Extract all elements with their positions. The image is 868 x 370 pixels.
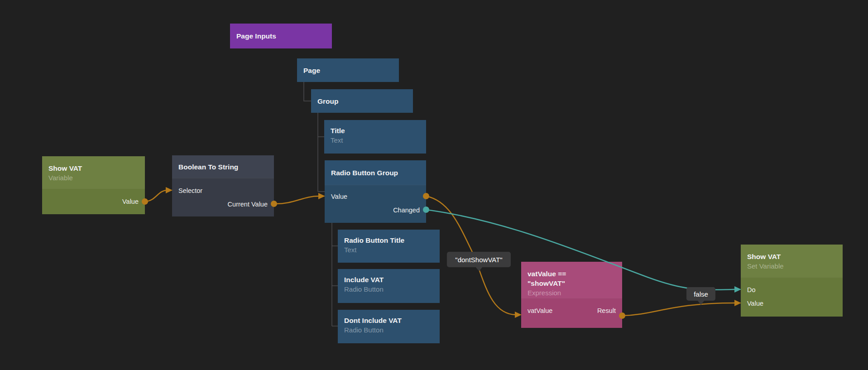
node-title: Title: [331, 126, 420, 135]
arrowhead-radiogroup-value-input: [318, 193, 325, 199]
node-title: Boolean To String: [178, 162, 238, 172]
wire-result-to-setvariable-value[interactable]: [622, 303, 734, 316]
tree-connector-group-children: [318, 113, 325, 192]
port-label-result: Result: [597, 307, 616, 314]
connection-value-label-false: false: [686, 287, 715, 301]
port-row-vatvalue-result[interactable]: vatValue Result: [521, 304, 622, 317]
node-show-vat-set-variable[interactable]: Show VAT Set Variable Do Value: [741, 245, 843, 317]
port-label-changed: Changed: [393, 207, 420, 214]
node-subtitle: Variable: [48, 173, 139, 183]
node-graph-canvas[interactable]: Page Inputs Page Group Title Text Radio …: [0, 0, 868, 370]
node-title-line1: vatValue ==: [528, 269, 616, 279]
tree-connector-radiogroup-children: [332, 223, 338, 326]
node-subtitle: Expression: [528, 288, 616, 298]
port-label-value: Value: [331, 193, 347, 200]
arrowhead-setvariable-value-input: [734, 300, 741, 306]
port-row-value[interactable]: Value: [741, 297, 843, 310]
node-title: Group: [317, 96, 339, 106]
port-label-value: Value: [122, 198, 139, 205]
arrowhead-do-input: [734, 286, 741, 293]
wire-showvat-value-to-selector[interactable]: [145, 190, 168, 202]
node-include-vat[interactable]: Include VAT Radio Button: [338, 269, 440, 303]
node-title-line2: "showVAT": [528, 279, 616, 288]
node-title: Dont Include VAT: [344, 316, 433, 325]
node-radio-button-group[interactable]: Radio Button Group Value Changed: [325, 160, 426, 223]
port-label-do: Do: [747, 286, 756, 293]
node-show-vat-variable[interactable]: Show VAT Variable Value: [42, 156, 145, 214]
node-title: Radio Button Group: [331, 168, 398, 178]
node-page-inputs[interactable]: Page Inputs: [230, 24, 332, 48]
port-row-do[interactable]: Do: [741, 283, 843, 297]
node-title-text[interactable]: Title Text: [324, 120, 426, 154]
port-label-current-value: Current Value: [228, 201, 268, 208]
node-dont-include-vat[interactable]: Dont Include VAT Radio Button: [338, 310, 440, 343]
port-row-value[interactable]: Value: [42, 189, 145, 214]
node-subtitle: Text: [344, 245, 433, 255]
node-radio-button-title[interactable]: Radio Button Title Text: [338, 230, 440, 263]
connection-value-label-dontshowvat: "dontShowVAT": [447, 252, 511, 267]
node-subtitle: Set Variable: [747, 261, 836, 271]
port-row-changed[interactable]: Changed: [325, 203, 426, 217]
node-page[interactable]: Page: [297, 58, 399, 82]
port-row-current-value[interactable]: Current Value: [172, 197, 274, 211]
node-subtitle: Radio Button: [344, 284, 433, 294]
port-label-vatvalue: vatValue: [528, 307, 552, 314]
node-subtitle: Radio Button: [344, 325, 433, 335]
port-label-selector: Selector: [178, 187, 202, 194]
node-expression[interactable]: vatValue == "showVAT" Expression vatValu…: [521, 262, 622, 328]
node-title: Page Inputs: [236, 31, 276, 41]
wire-currentvalue-to-radiogroup-value[interactable]: [274, 196, 319, 204]
node-title: Page: [303, 66, 320, 75]
node-title: Include VAT: [344, 275, 433, 284]
node-title: Radio Button Title: [344, 235, 433, 245]
arrowhead-vatvalue-input: [515, 312, 522, 318]
tree-connector-page-group: [304, 82, 311, 101]
node-title: Show VAT: [48, 163, 139, 173]
port-row-value[interactable]: Value: [325, 190, 426, 203]
port-row-selector[interactable]: Selector: [172, 184, 274, 197]
port-label-value: Value: [747, 300, 763, 307]
node-subtitle: Text: [331, 135, 420, 145]
node-boolean-to-string[interactable]: Boolean To String Selector Current Value: [172, 155, 274, 216]
node-title: Show VAT: [747, 252, 836, 261]
node-group[interactable]: Group: [311, 89, 413, 113]
